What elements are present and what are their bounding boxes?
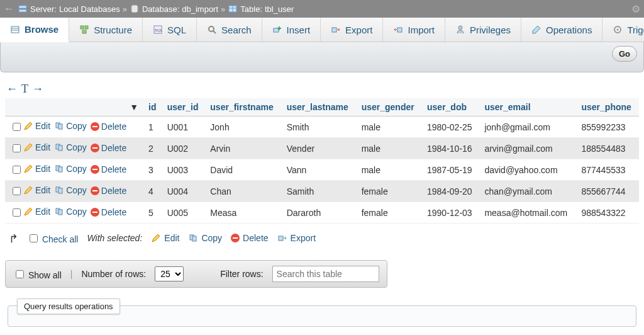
- cell-id: 2: [143, 138, 162, 159]
- pencil-icon: [151, 233, 161, 243]
- edit-label: Edit: [35, 207, 50, 217]
- edit-link[interactable]: Edit: [23, 121, 50, 131]
- tab-insert[interactable]: Insert: [262, 18, 321, 42]
- check-all-label[interactable]: Check all: [42, 234, 79, 244]
- delete-icon: [91, 208, 99, 217]
- back-arrow-icon[interactable]: ←: [4, 3, 14, 14]
- row-checkbox[interactable]: [13, 208, 21, 217]
- breadcrumb-database-label: Database:: [142, 4, 179, 14]
- up-arrow-icon: ↳: [9, 231, 18, 245]
- copy-link[interactable]: Copy: [54, 207, 87, 217]
- go-button[interactable]: Go: [612, 46, 637, 62]
- data-table: ▼ id user_id user_firstname user_lastnam…: [5, 98, 639, 224]
- move-right-icon[interactable]: →: [32, 82, 43, 96]
- edit-link[interactable]: Edit: [23, 207, 50, 217]
- copy-label: Copy: [66, 185, 87, 195]
- copy-link[interactable]: Copy: [54, 142, 87, 152]
- tab-structure[interactable]: Structure: [69, 18, 143, 42]
- tab-privileges[interactable]: Privileges: [445, 18, 521, 42]
- copy-icon: [54, 185, 64, 195]
- col-user-id[interactable]: user_id: [162, 98, 206, 116]
- delete-icon: [231, 234, 240, 242]
- cell-gender: male: [357, 159, 422, 181]
- bulk-copy-label: Copy: [201, 233, 222, 243]
- tab-sql[interactable]: SQL SQL: [143, 18, 197, 42]
- show-all-label: Show all: [28, 270, 62, 280]
- cell-gender: female: [357, 202, 422, 224]
- show-all[interactable]: Show all: [13, 268, 62, 280]
- copy-label: Copy: [66, 121, 87, 131]
- bulk-delete[interactable]: Delete: [231, 233, 268, 243]
- copy-link[interactable]: Copy: [54, 121, 87, 131]
- filter-input[interactable]: [272, 266, 379, 282]
- edit-link[interactable]: Edit: [23, 185, 50, 195]
- tab-search[interactable]: Search: [197, 18, 262, 42]
- check-all[interactable]: Check all: [27, 232, 78, 244]
- bulk-export[interactable]: Export: [277, 233, 316, 243]
- col-user-lastname[interactable]: user_lastname: [282, 98, 357, 116]
- breadcrumb-database[interactable]: Database: db_import: [130, 4, 218, 14]
- cell-user-id: U005: [162, 202, 206, 224]
- sort-caret-icon[interactable]: ▼: [130, 102, 138, 112]
- copy-link[interactable]: Copy: [54, 185, 87, 195]
- col-id[interactable]: id: [143, 98, 162, 116]
- col-user-phone[interactable]: user_phone: [576, 98, 639, 116]
- cell-phone: 855992233: [576, 116, 639, 138]
- breadcrumb-table[interactable]: Table: tbl_user: [228, 4, 294, 14]
- delete-link[interactable]: Delete: [91, 122, 126, 132]
- cell-user-id: U004: [162, 181, 206, 202]
- edit-link[interactable]: Edit: [23, 142, 50, 152]
- tab-import[interactable]: Import: [383, 18, 445, 42]
- copy-icon: [54, 207, 64, 217]
- row-checkbox[interactable]: [13, 123, 21, 131]
- col-user-dob[interactable]: user_dob: [422, 98, 479, 116]
- table-row: EditCopyDelete1U001JonhSmithmale1980-02-…: [5, 116, 639, 138]
- results-toolbar: ← T →: [5, 81, 639, 98]
- breadcrumb-separator: »: [221, 4, 225, 14]
- row-checkbox[interactable]: [13, 166, 21, 174]
- bulk-copy[interactable]: Copy: [188, 233, 222, 243]
- tab-operations[interactable]: Operations: [521, 18, 602, 42]
- tab-triggers-label: Triggers: [627, 25, 644, 35]
- delete-link[interactable]: Delete: [91, 207, 126, 217]
- delete-link[interactable]: Delete: [91, 164, 126, 174]
- svg-rect-17: [332, 28, 336, 32]
- tab-triggers[interactable]: Triggers: [602, 18, 644, 42]
- check-all-checkbox[interactable]: [30, 234, 38, 242]
- svg-rect-1: [19, 9, 26, 12]
- move-left-icon[interactable]: ←: [6, 82, 18, 96]
- svg-line-15: [213, 31, 216, 33]
- row-checkbox[interactable]: [13, 144, 21, 152]
- gear-icon[interactable]: ⚙: [631, 3, 640, 15]
- cell-firstname: Measa: [205, 202, 281, 224]
- tab-sql-label: SQL: [167, 25, 186, 35]
- delete-link[interactable]: Delete: [91, 186, 126, 196]
- copy-link[interactable]: Copy: [54, 164, 87, 174]
- show-all-checkbox[interactable]: [16, 270, 24, 278]
- cell-firstname: Arvin: [205, 138, 281, 159]
- text-cursor-icon[interactable]: T: [21, 82, 28, 96]
- tab-export[interactable]: Export: [321, 18, 383, 42]
- rows-select[interactable]: 25: [155, 266, 184, 281]
- edit-label: Edit: [35, 185, 50, 195]
- col-user-email[interactable]: user_email: [479, 98, 576, 116]
- delete-link[interactable]: Delete: [91, 143, 126, 153]
- table-row: EditCopyDelete4U004ChanSamithfemale1984-…: [5, 181, 639, 202]
- tab-browse[interactable]: Browse: [0, 18, 69, 42]
- cell-phone: 188554483: [576, 138, 639, 159]
- col-user-firstname[interactable]: user_firstname: [205, 98, 281, 116]
- delete-label: Delete: [101, 143, 126, 153]
- breadcrumb-server-label: Server:: [30, 4, 57, 14]
- actions-header: ▼: [5, 98, 143, 116]
- pencil-icon: [23, 207, 33, 217]
- row-actions: EditCopyDelete: [5, 138, 143, 159]
- edit-link[interactable]: Edit: [23, 164, 50, 174]
- privileges-icon: [455, 25, 465, 35]
- svg-rect-27: [58, 167, 62, 172]
- copy-icon: [54, 121, 64, 131]
- row-checkbox[interactable]: [13, 187, 21, 195]
- bulk-edit[interactable]: Edit: [151, 233, 179, 243]
- breadcrumb-server[interactable]: Server: Local Databases: [18, 4, 120, 14]
- import-icon: [393, 25, 403, 35]
- col-user-gender[interactable]: user_gender: [357, 98, 422, 116]
